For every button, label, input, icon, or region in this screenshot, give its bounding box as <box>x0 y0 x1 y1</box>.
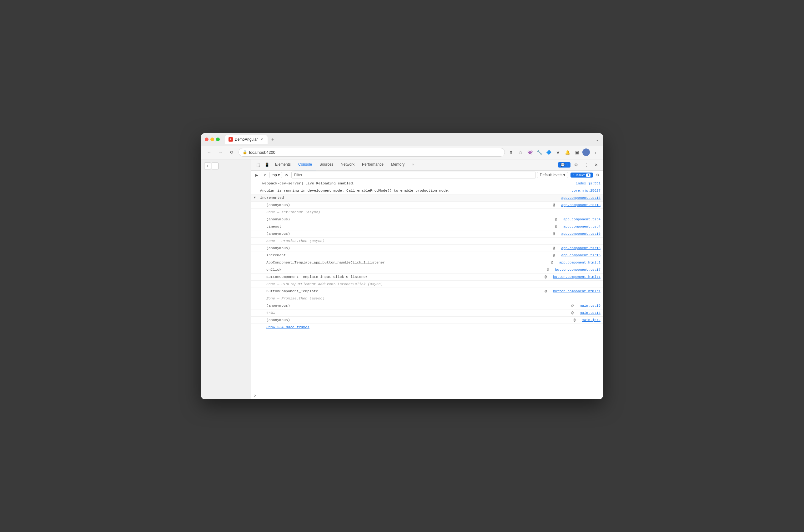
address-icons: ⬆ ☆ 👾 🔧 🔷 ★ 🔔 ▣ ⋮ <box>508 149 599 156</box>
stack-frame-source[interactable]: app.component.ts:18 <box>561 202 600 208</box>
console-line-source[interactable]: core.mjs:25627 <box>572 188 600 193</box>
stack-frame-source[interactable]: app.component.ts:16 <box>561 231 600 236</box>
page-minus-button[interactable]: − <box>212 163 218 169</box>
console-stack-frame: ButtonComponent_Template_input_click_0_l… <box>251 273 603 281</box>
tab-more[interactable]: » <box>408 159 418 171</box>
devtools-panel: ⬚ 📱 Elements Console Sources Network Per… <box>251 159 603 399</box>
stack-frame-text: ButtonComponent_Template <box>266 288 543 294</box>
browser-tab-active[interactable]: A DemoAngular ✕ <box>225 135 268 144</box>
expand-arrow-icon: ▼ <box>254 195 256 201</box>
content-area: + − ⬚ 📱 Elements Console Sources Network… <box>201 159 603 399</box>
maximize-window-button[interactable] <box>216 137 220 141</box>
sidebar-icon[interactable]: ▣ <box>573 149 580 156</box>
eye-icon-button[interactable]: 👁 <box>283 172 290 178</box>
stack-frame-text: timeout <box>266 224 554 229</box>
show-more-frames[interactable]: Show 234 more frames <box>251 324 603 331</box>
chevron-down-icon[interactable]: ⌄ <box>595 137 599 142</box>
stack-frame-text: AppComponent_Template_app_button_handleC… <box>266 260 550 265</box>
back-button[interactable]: ← <box>205 148 213 157</box>
forward-button[interactable]: → <box>216 148 225 157</box>
tab-console[interactable]: Console <box>294 159 316 171</box>
stack-frame-source[interactable]: main.ts:15 <box>580 303 600 308</box>
console-line-expand[interactable]: ▼ incremented app.component.ts:18 <box>251 194 603 202</box>
close-window-button[interactable] <box>205 137 209 141</box>
stack-frame-text: (anonymous) <box>266 317 572 323</box>
at-symbol: @ <box>555 216 557 222</box>
async-text: Zone — Promise.then (async) <box>266 296 600 301</box>
profile-icon[interactable] <box>582 149 590 156</box>
device-toolbar-button[interactable]: 📱 <box>263 160 271 169</box>
share-icon[interactable]: ⬆ <box>508 149 515 156</box>
address-bar: ← → ↻ 🔒 localhost:4200 ⬆ ☆ 👾 🔧 🔷 ★ 🔔 ▣ ⋮ <box>201 146 603 159</box>
console-input[interactable] <box>259 393 600 398</box>
stack-frame-source[interactable]: button.component.html:1 <box>553 274 600 280</box>
issues-count: 1 <box>586 173 591 177</box>
console-line-source[interactable]: app.component.ts:18 <box>561 195 600 201</box>
stack-frame-source[interactable]: app.component.ts:15 <box>561 252 600 258</box>
stack-frame-text: (anonymous) <box>266 216 554 222</box>
clear-console-button[interactable]: ⊘ <box>261 172 268 178</box>
stack-frame-source[interactable]: button.component.ts:17 <box>555 267 600 272</box>
tab-elements[interactable]: Elements <box>271 159 294 171</box>
stack-frame-source[interactable]: app.component.ts:4 <box>563 216 600 222</box>
console-stack-frame: increment @ app.component.ts:15 <box>251 252 603 259</box>
devtools-more-button[interactable]: ⋮ <box>582 160 591 169</box>
page-controls: + − <box>204 163 218 169</box>
inspect-element-button[interactable]: ⬚ <box>254 160 263 169</box>
stack-frame-text: 4431 <box>266 310 570 316</box>
extension5-icon[interactable]: 🔔 <box>563 149 571 156</box>
page-area: + − <box>201 159 251 399</box>
console-stack-frame: AppComponent_Template_app_button_handleC… <box>251 259 603 266</box>
extension2-icon[interactable]: 🔧 <box>535 149 543 156</box>
stack-frame-source[interactable]: app.component.ts:4 <box>563 224 600 229</box>
tab-sources[interactable]: Sources <box>316 159 337 171</box>
devtools-close-button[interactable]: ✕ <box>592 160 600 169</box>
more-icon[interactable]: ⋮ <box>592 149 599 156</box>
at-symbol: @ <box>553 231 555 236</box>
show-more-link[interactable]: Show 234 more frames <box>266 324 309 330</box>
tab-performance[interactable]: Performance <box>358 159 387 171</box>
title-bar-controls: ⌄ <box>595 137 599 142</box>
new-tab-button[interactable]: + <box>269 136 276 143</box>
url-text: localhost:4200 <box>249 150 275 155</box>
tab-memory[interactable]: Memory <box>387 159 408 171</box>
console-line-source[interactable]: index.js:551 <box>576 180 600 186</box>
execute-button[interactable]: ▶ <box>253 172 260 178</box>
extension4-icon[interactable]: ★ <box>554 149 562 156</box>
tab-network[interactable]: Network <box>337 159 358 171</box>
bookmark-icon[interactable]: ☆ <box>517 149 524 156</box>
minimize-window-button[interactable] <box>210 137 214 141</box>
stack-frame-text: (anonymous) <box>266 303 570 308</box>
tab-close-button[interactable]: ✕ <box>260 137 264 141</box>
stack-frame-text: (anonymous) <box>266 231 552 236</box>
stack-frame-source[interactable]: main.ts:13 <box>580 310 600 316</box>
console-settings-button[interactable]: ⚙ <box>594 172 601 178</box>
default-levels-button[interactable]: Default levels ▾ <box>537 172 568 178</box>
browser-window: A DemoAngular ✕ + ⌄ ← → ↻ 🔒 localhost:42… <box>201 133 603 399</box>
console-line-text: [webpack-dev-server] Live Reloading enab… <box>260 180 571 186</box>
stack-frame-text: (anonymous) <box>266 202 552 208</box>
stack-frame-source[interactable]: button.component.html:1 <box>553 288 600 294</box>
extension-icon[interactable]: 👾 <box>526 149 534 156</box>
frame-selector[interactable]: top ▾ <box>269 172 282 178</box>
issues-badge[interactable]: 💬 1 <box>558 162 571 168</box>
filter-input[interactable] <box>291 172 536 178</box>
async-text: Zone — Promise.then (async) <box>266 238 600 244</box>
at-symbol: @ <box>553 202 555 208</box>
console-input-line: > <box>251 392 603 399</box>
devtools-settings-button[interactable]: ⚙ <box>572 160 580 169</box>
stack-frame-text: (anonymous) <box>266 245 552 251</box>
frame-selector-chevron: ▾ <box>278 173 280 177</box>
stack-frame-text: increment <box>266 252 552 258</box>
stack-frame-source[interactable]: main.js:2 <box>582 317 600 323</box>
stack-frame-source[interactable]: app.component.html:2 <box>559 260 600 265</box>
issues-badge-toolbar[interactable]: 1 Issue: 1 <box>571 173 593 177</box>
stack-frame-source[interactable]: app.component.ts:16 <box>561 245 600 251</box>
at-symbol: @ <box>574 317 576 323</box>
page-plus-button[interactable]: + <box>204 163 211 169</box>
url-bar[interactable]: 🔒 localhost:4200 <box>238 148 505 157</box>
console-stack-frame: 4431 @ main.ts:13 <box>251 309 603 317</box>
async-separator: Zone — Promise.then (async) <box>251 295 603 302</box>
reload-button[interactable]: ↻ <box>227 148 236 157</box>
extension3-icon[interactable]: 🔷 <box>545 149 552 156</box>
